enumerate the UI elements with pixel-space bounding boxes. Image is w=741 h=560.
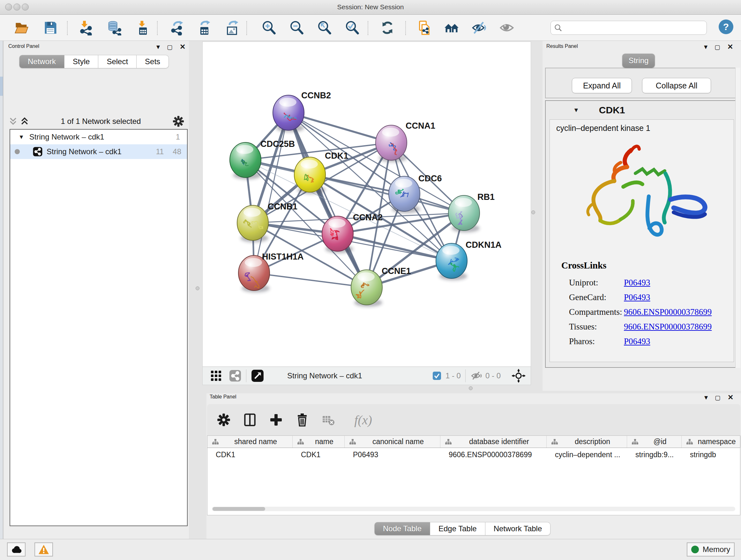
crosslink-link[interactable]: P06493 bbox=[624, 336, 712, 347]
open-session-icon[interactable] bbox=[13, 19, 30, 36]
share-view-icon[interactable] bbox=[229, 369, 242, 382]
import-network-database-icon[interactable] bbox=[106, 19, 123, 36]
network-collection-row[interactable]: ▼ String Network – cdk1 1 bbox=[10, 130, 187, 144]
collapse-panel-icon[interactable]: ▾ bbox=[704, 393, 708, 401]
float-panel-icon[interactable]: ▢ bbox=[715, 44, 720, 51]
column-header-database-identifier[interactable]: database identifier bbox=[441, 436, 547, 448]
expand-all-button[interactable]: Expand All bbox=[572, 78, 632, 93]
tab-sets[interactable]: Sets bbox=[137, 55, 169, 68]
node-CCNB1[interactable] bbox=[237, 205, 268, 242]
hide-selected-eye-icon[interactable] bbox=[470, 19, 487, 36]
scrollbar-thumb[interactable] bbox=[212, 507, 265, 511]
table-row[interactable]: CDK1CDK1P064939606.ENSP00000378699cyclin… bbox=[207, 448, 740, 461]
export-table-icon[interactable] bbox=[197, 19, 213, 36]
export-network-icon[interactable] bbox=[169, 19, 186, 36]
collapse-all-chevrons-icon[interactable] bbox=[8, 117, 18, 126]
zoom-in-icon[interactable] bbox=[261, 19, 277, 36]
memory-button[interactable]: Memory bbox=[687, 543, 735, 557]
tab-style[interactable]: Style bbox=[64, 55, 98, 68]
tab-string[interactable]: String bbox=[622, 54, 655, 68]
node-CDC6[interactable] bbox=[389, 176, 420, 213]
results-scrollbar[interactable] bbox=[735, 68, 740, 368]
table-cell[interactable]: cyclin–dependent ... bbox=[547, 448, 627, 461]
tab-network[interactable]: Network bbox=[19, 55, 64, 68]
table-cell[interactable]: stringdb:9... bbox=[627, 448, 682, 461]
import-table-file-icon[interactable] bbox=[134, 19, 151, 36]
show-all-eye-icon[interactable] bbox=[498, 19, 515, 36]
node-CCNB2[interactable] bbox=[273, 95, 304, 132]
left-splitter-handle[interactable] bbox=[196, 287, 199, 290]
node-CCNA1[interactable] bbox=[376, 125, 407, 162]
warning-status-button[interactable] bbox=[35, 543, 53, 557]
float-panel-icon[interactable]: ▢ bbox=[715, 394, 721, 401]
float-panel-icon[interactable]: ▢ bbox=[167, 44, 173, 51]
network-canvas[interactable]: CCNB2CCNA1CDC25BCDK1CDC6RB1CCNB1CCNA2CDK… bbox=[203, 42, 531, 367]
zoom-selected-icon[interactable] bbox=[344, 19, 360, 36]
collapse-all-button[interactable]: Collapse All bbox=[642, 78, 711, 93]
help-icon[interactable]: ? bbox=[719, 19, 733, 34]
table-cell[interactable]: stringdb bbox=[682, 448, 741, 461]
node-CCNE1[interactable] bbox=[351, 270, 382, 307]
node-CDC25B[interactable] bbox=[230, 142, 261, 179]
table-cell[interactable]: CDK1 bbox=[207, 448, 293, 461]
export-image-icon[interactable] bbox=[224, 19, 241, 36]
search-input[interactable] bbox=[562, 23, 699, 32]
network-nodes[interactable]: CCNB2CCNA1CDC25BCDK1CDC6RB1CCNB1CCNA2CDK… bbox=[230, 91, 502, 307]
refresh-icon[interactable] bbox=[379, 19, 396, 36]
column-header-shared-name[interactable]: shared name bbox=[207, 436, 293, 448]
crosslink-link[interactable]: P06493 bbox=[624, 278, 712, 288]
tab-edge-table[interactable]: Edge Table bbox=[430, 522, 485, 536]
table-horizontal-scrollbar[interactable] bbox=[212, 507, 735, 511]
tab-node-table[interactable]: Node Table bbox=[374, 522, 430, 536]
close-panel-icon[interactable]: ✕ bbox=[180, 43, 185, 51]
edge-CCNA2-CDKN1A[interactable] bbox=[338, 234, 452, 261]
crosslink-link[interactable]: 9606.ENSP00000378699 bbox=[624, 307, 712, 317]
node-RB1[interactable] bbox=[448, 195, 480, 233]
edge-CCNB2-HIST1H1A[interactable] bbox=[254, 113, 288, 273]
gear-icon[interactable] bbox=[172, 115, 185, 127]
crosslink-link[interactable]: 9606.ENSP00000378699 bbox=[624, 322, 712, 332]
column-header-name[interactable]: name bbox=[293, 436, 345, 448]
selected-checkbox-icon[interactable] bbox=[432, 371, 442, 381]
table-cell[interactable]: P06493 bbox=[345, 448, 441, 461]
expand-all-chevrons-icon[interactable] bbox=[20, 117, 29, 126]
network-row-selected[interactable]: String Network – cdk1 11 48 bbox=[10, 144, 187, 159]
node-table[interactable]: shared namenamecanonical namedatabase id… bbox=[207, 435, 740, 515]
zoom-fit-icon[interactable] bbox=[316, 19, 333, 36]
column-header-namespace[interactable]: namespace bbox=[682, 436, 741, 448]
column-header--id[interactable]: @id bbox=[627, 436, 682, 448]
grid-view-icon[interactable] bbox=[210, 369, 222, 382]
node-CCNA2[interactable] bbox=[322, 216, 353, 253]
show-columns-icon[interactable] bbox=[241, 411, 259, 429]
edge-HIST1H1A-CCNE1[interactable] bbox=[254, 273, 367, 287]
close-panel-icon[interactable]: ✕ bbox=[728, 393, 733, 401]
first-neighbors-icon[interactable] bbox=[443, 19, 460, 36]
table-settings-gear-icon[interactable] bbox=[215, 411, 232, 429]
collapse-card-icon[interactable]: ▼ bbox=[573, 107, 579, 114]
table-cell[interactable]: 9606.ENSP00000378699 bbox=[441, 448, 547, 461]
zoom-out-icon[interactable] bbox=[288, 19, 305, 36]
tree-expand-icon[interactable]: ▼ bbox=[18, 134, 24, 140]
add-column-icon[interactable] bbox=[267, 411, 285, 429]
pan-crosshair-icon[interactable] bbox=[512, 369, 526, 383]
save-session-icon[interactable] bbox=[42, 19, 59, 36]
clone-network-icon[interactable] bbox=[416, 19, 433, 36]
import-network-file-icon[interactable] bbox=[78, 19, 94, 36]
protein-card-header[interactable]: ▼ CDK1 bbox=[546, 101, 738, 119]
bottom-splitter-handle[interactable] bbox=[469, 386, 473, 390]
cloud-status-button[interactable] bbox=[7, 543, 25, 557]
tab-select[interactable]: Select bbox=[98, 55, 137, 68]
search-box[interactable] bbox=[550, 21, 707, 35]
collapse-panel-icon[interactable]: ▾ bbox=[704, 43, 708, 51]
right-splitter-handle[interactable] bbox=[531, 210, 535, 214]
crosslink-link[interactable]: P06493 bbox=[624, 293, 712, 302]
table-cell[interactable]: CDK1 bbox=[293, 448, 345, 461]
close-panel-icon[interactable]: ✕ bbox=[727, 43, 733, 51]
node-CDK1[interactable] bbox=[294, 157, 326, 194]
tab-network-table[interactable]: Network Table bbox=[485, 522, 551, 536]
column-header-canonical-name[interactable]: canonical name bbox=[345, 436, 441, 448]
collapse-panel-icon[interactable]: ▾ bbox=[156, 43, 160, 51]
delete-column-trash-icon[interactable] bbox=[293, 411, 311, 429]
column-header-description[interactable]: description bbox=[547, 436, 627, 448]
node-CDKN1A[interactable] bbox=[436, 243, 467, 280]
